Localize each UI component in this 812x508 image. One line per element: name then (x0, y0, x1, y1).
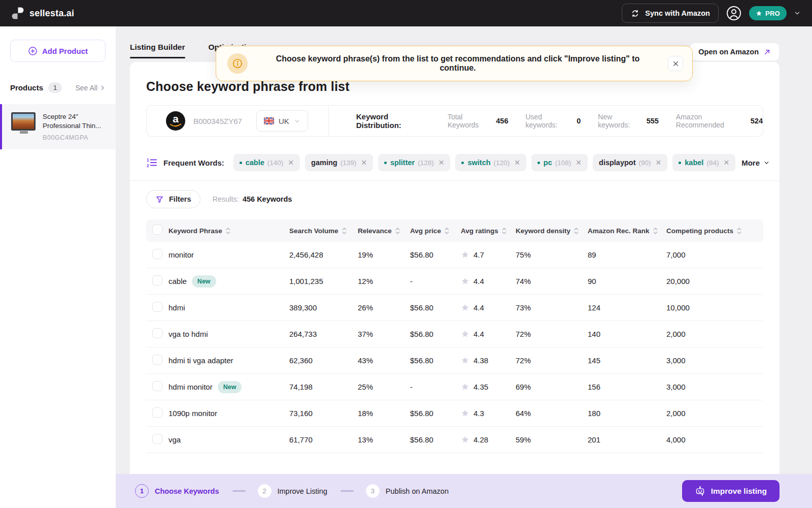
stepper-step[interactable]: 1 Choose Keywords (135, 484, 219, 498)
competing-products: 3,000 (666, 356, 750, 365)
info-icon (227, 53, 248, 74)
avg-rating: 4.4 (473, 330, 484, 338)
keyword-chip[interactable]: cable (140) ✕ (233, 154, 300, 171)
avg-price: $56.80 (410, 330, 461, 338)
search-volume: 2,456,428 (289, 250, 358, 259)
listing-asin: B000345ZY67 (193, 117, 242, 125)
row-checkbox[interactable] (152, 434, 162, 444)
see-all-link[interactable]: See All (75, 84, 106, 92)
sort-icon (737, 227, 741, 235)
competing-products: 3,000 (666, 383, 750, 391)
open-on-amazon-button[interactable]: Open on Amazon (690, 43, 780, 61)
column-header[interactable]: Avg price (410, 227, 461, 235)
relevance: 43% (358, 356, 410, 365)
keyword-phrase: vga (168, 435, 181, 444)
avatar[interactable] (726, 5, 742, 21)
table-row[interactable]: hdmi ti vga adapter 62,360 43% $56.80 4.… (146, 347, 763, 374)
column-header[interactable]: Relevance (358, 227, 410, 235)
table-row[interactable]: vga to hdmi 264,733 37% $56.80 4.4 72% 1… (146, 321, 763, 347)
table-row[interactable]: vga 61,770 13% $56.80 4.28 59% 201 4,000 (146, 427, 763, 453)
row-checkbox[interactable] (152, 381, 162, 391)
products-header: Products 1 See All (10, 82, 106, 93)
keyword-phrase: hdmi (168, 303, 185, 312)
avg-price: $56.80 (410, 250, 461, 259)
remove-chip-icon[interactable]: ✕ (361, 158, 367, 167)
remove-chip-icon[interactable]: ✕ (576, 158, 582, 167)
remove-chip-icon[interactable]: ✕ (656, 158, 662, 167)
column-header[interactable]: Keyword Phrase (168, 227, 289, 235)
filters-button[interactable]: Filters (146, 190, 200, 208)
main-area: Listing Builder Optimization Open on Ama… (116, 26, 812, 497)
add-product-button[interactable]: Add Product (10, 40, 106, 62)
row-checkbox[interactable] (152, 249, 162, 259)
row-checkbox[interactable] (152, 302, 162, 312)
table-row[interactable]: hdmi 389,300 26% $56.80 4.4 73% 124 10,0… (146, 295, 763, 321)
column-header[interactable]: Keyword density (516, 227, 588, 235)
product-bar-left: a B000345ZY67 UK (147, 110, 321, 132)
keyword-chip[interactable]: pc (108) ✕ (531, 154, 588, 171)
keyword-chip[interactable]: splitter (128) ✕ (378, 154, 451, 171)
select-all-checkbox[interactable] (152, 225, 162, 235)
sync-with-amazon-button[interactable]: Sync with Amazon (622, 4, 719, 23)
competing-products: 10,000 (666, 303, 750, 312)
improve-listing-button[interactable]: Improve listing (682, 480, 780, 502)
keyword-chip[interactable]: kabel (84) ✕ (672, 154, 735, 171)
stepper-step[interactable]: 3 Publish on Amazon (334, 484, 449, 498)
keyword-chip[interactable]: switch (120) ✕ (455, 154, 526, 171)
keyword-phrase: monitor (168, 250, 194, 259)
sort-icon (342, 227, 347, 235)
table-row[interactable]: monitor 2,456,428 19% $56.80 4.7 75% 89 … (146, 242, 763, 268)
avg-rating: 4.7 (473, 250, 484, 259)
table-row[interactable]: cable New 1,001,235 12% - 4.4 74% 90 20,… (146, 268, 763, 295)
keyword-phrase: hdmi monitor (168, 383, 213, 391)
row-checkbox[interactable] (152, 355, 162, 365)
remove-chip-icon[interactable]: ✕ (438, 158, 445, 167)
amazon-rec-rank: 145 (588, 356, 666, 365)
step-connector (232, 490, 246, 492)
tab[interactable]: Listing Builder (130, 43, 185, 58)
avg-rating: 4.3 (473, 409, 484, 418)
sync-icon (630, 9, 640, 18)
keyword-chip[interactable]: displaypot (90) ✕ (593, 154, 667, 171)
column-header[interactable]: Competing products (666, 227, 750, 235)
column-header[interactable]: Amazon Rec. Rank (588, 227, 666, 235)
topbar: sellesta.ai Sync with Amazon PRO (0, 0, 812, 26)
row-checkbox[interactable] (152, 407, 162, 418)
table-row[interactable]: 1090p monitor 73,160 18% $56.80 4.3 64% … (146, 400, 763, 427)
marketplace-select[interactable]: UK (256, 110, 308, 132)
sort-icon (445, 227, 449, 235)
keyword-density: 75% (516, 250, 588, 259)
distribution-stat: Total Keywords 456 (448, 113, 509, 129)
table-row[interactable]: hdmi monitor New 74,198 25% - 4.35 69% 1… (146, 374, 763, 400)
stepper: 1 Choose Keywords 2 Improve Listing 3 Pu… (135, 484, 449, 498)
selected-dot (537, 162, 540, 164)
avg-price: - (410, 277, 461, 285)
sort-icon (653, 227, 658, 235)
search-volume: 389,300 (289, 303, 358, 312)
remove-chip-icon[interactable]: ✕ (723, 158, 729, 167)
keyword-phrase: hdmi ti vga adapter (168, 356, 233, 365)
remove-chip-icon[interactable]: ✕ (288, 158, 294, 167)
keywords-table: Keyword Phrase Search Volume Rel (146, 219, 763, 453)
pro-badge[interactable]: PRO (749, 6, 787, 20)
row-checkbox[interactable] (152, 275, 162, 285)
keyword-phrase: cable (168, 277, 187, 285)
chevron-down-icon[interactable] (794, 10, 801, 17)
relevance: 19% (358, 250, 410, 259)
uk-flag-icon (264, 117, 274, 124)
stepper-step[interactable]: 2 Improve Listing (226, 484, 327, 498)
chevron-right-icon (99, 85, 106, 91)
column-header[interactable]: Search Volume (289, 227, 358, 235)
more-button[interactable]: More (741, 158, 770, 167)
column-header[interactable]: Avg ratings (461, 227, 516, 235)
keyword-chip[interactable]: gaming (139) ✕ (305, 154, 373, 171)
star-icon (461, 250, 469, 259)
sidebar-product-item[interactable]: Sceptre 24" Professional Thin... B00GC4M… (0, 104, 116, 149)
close-icon[interactable] (668, 56, 683, 71)
remove-chip-icon[interactable]: ✕ (514, 158, 520, 167)
row-checkbox[interactable] (152, 328, 162, 338)
new-badge: New (218, 381, 242, 393)
product-info: Sceptre 24" Professional Thin... B00GC4M… (43, 112, 109, 141)
relevance: 26% (358, 303, 410, 312)
logo[interactable]: sellesta.ai (11, 7, 74, 20)
